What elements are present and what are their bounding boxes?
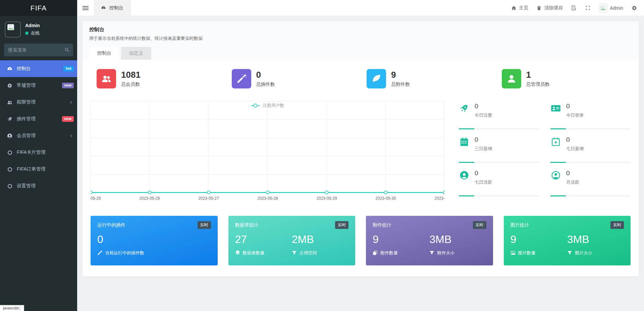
chart-legend[interactable]: 注册用户数 bbox=[251, 103, 284, 109]
stat-label: 总会员数 bbox=[121, 81, 141, 87]
stat-total-admins: 1 总管理员数 bbox=[496, 69, 631, 88]
clear-cache-button[interactable]: 清除缓存 bbox=[536, 5, 563, 11]
hot-badge: hot bbox=[63, 66, 74, 71]
user-circle-o-icon bbox=[550, 170, 561, 180]
sidebar-item-general[interactable]: 常规管理 new bbox=[0, 77, 77, 94]
divider bbox=[550, 195, 631, 196]
copy-icon bbox=[373, 250, 378, 255]
filter-icon bbox=[292, 250, 297, 255]
stats-row: 1081 总会员数 0 总插件数 bbox=[91, 69, 631, 88]
menu-search bbox=[4, 44, 73, 56]
brand-logo[interactable]: FIFA bbox=[0, 0, 77, 16]
page-title: 控制台 bbox=[89, 26, 632, 33]
divider bbox=[459, 195, 539, 196]
stat-value: 1081 bbox=[121, 70, 141, 80]
mini-stat-7day-active: 0 七日活跃 bbox=[459, 168, 539, 200]
search-icon bbox=[64, 47, 70, 53]
rocket-icon bbox=[5, 115, 14, 123]
language-button[interactable] bbox=[571, 5, 577, 11]
mini-stats-grid: 0 今日注册 0 今日登录 bbox=[459, 101, 631, 202]
chevron-left-icon: ‹ bbox=[70, 99, 72, 105]
x-axis-tick: 2023-05-27 bbox=[198, 196, 219, 201]
panel-body: 1081 总会员数 0 总插件数 bbox=[82, 60, 639, 276]
sidebar-item-addon[interactable]: 插件管理 new bbox=[0, 111, 77, 127]
expand-icon bbox=[585, 5, 591, 11]
realtime-badge: 实时 bbox=[473, 221, 486, 229]
user-circle-icon bbox=[6, 133, 13, 139]
user-icon bbox=[502, 69, 521, 88]
cogs-icon bbox=[631, 5, 637, 11]
topbar-tab-dashboard[interactable]: 控制台 bbox=[94, 0, 130, 16]
x-axis-tick: 2023-05-30 bbox=[375, 196, 396, 201]
panel-tabs: 控制台 自定义 bbox=[89, 47, 632, 60]
card-running-addons: 运行中的插件 实时 0 当前运行中的插件数 bbox=[91, 216, 218, 265]
main-content: 控制台 用于展示当前系统中的统计数据、统计报表及重要实时数据 控制台 自定义 1… bbox=[77, 16, 644, 311]
card-image-stats: 图片统计 实时 9 图片数量 bbox=[504, 216, 631, 265]
user-status: 在线 bbox=[25, 30, 40, 36]
trash-icon bbox=[536, 5, 542, 11]
x-axis-tick: 2023-05-29 bbox=[316, 196, 337, 201]
page-subtitle: 用于展示当前系统中的统计数据、统计报表及重要实时数据 bbox=[89, 36, 632, 42]
calendar-plus-icon bbox=[550, 137, 561, 147]
language-icon bbox=[571, 5, 577, 11]
stat-label: 总插件数 bbox=[256, 81, 275, 87]
chart-point bbox=[443, 191, 445, 194]
chart-point bbox=[148, 191, 152, 194]
online-dot-icon bbox=[25, 32, 29, 35]
tab-custom[interactable]: 自定义 bbox=[121, 47, 151, 60]
topbar: 控制台 主页 清除缓存 Admi bbox=[77, 0, 644, 16]
chart-point bbox=[207, 191, 210, 194]
chart-point bbox=[266, 191, 270, 194]
new-badge: new bbox=[62, 116, 74, 122]
sidebar-item-member[interactable]: 会员管理 ‹ bbox=[0, 127, 77, 144]
sidebar-item-fifa-card[interactable]: FIFA卡片管理 bbox=[0, 144, 77, 161]
chart-point bbox=[384, 191, 387, 194]
mini-stat-month-active: 0 月活跃 bbox=[550, 168, 631, 200]
user-panel: Admin 在线 bbox=[0, 16, 77, 42]
divider bbox=[459, 128, 539, 129]
x-axis-tick: 2023-05-28 bbox=[257, 196, 278, 201]
search-input[interactable] bbox=[4, 44, 73, 56]
users-icon bbox=[6, 100, 13, 105]
chevron-left-icon: ‹ bbox=[70, 132, 72, 138]
stat-label: 总管理员数 bbox=[526, 81, 550, 87]
divider bbox=[459, 162, 539, 163]
sidebar-item-dashboard[interactable]: 控制台 hot bbox=[0, 60, 77, 77]
database-icon bbox=[235, 250, 240, 255]
circle-o-icon bbox=[6, 167, 13, 172]
x-axis-tick: 2023-05-26 bbox=[139, 196, 160, 201]
tab-dashboard[interactable]: 控制台 bbox=[89, 47, 119, 60]
x-axis-tick: 2023-05-31 bbox=[434, 196, 445, 201]
avatar bbox=[599, 4, 607, 12]
filter-icon bbox=[429, 250, 434, 255]
realtime-badge: 实时 bbox=[610, 221, 624, 229]
sidebar-item-fifa-order[interactable]: FIFA订单管理 bbox=[0, 161, 77, 178]
home-link[interactable]: 主页 bbox=[511, 5, 528, 11]
realtime-badge: 实时 bbox=[335, 221, 348, 229]
mini-stat-3day-new: 0 三日新增 bbox=[459, 135, 539, 166]
sidebar-item-auth[interactable]: 权限管理 ‹ bbox=[0, 94, 77, 111]
sidebar-menu: 控制台 hot 常规管理 new 权限管理 ‹ 插件管理 new bbox=[0, 60, 77, 194]
id-card-icon bbox=[550, 103, 561, 113]
users-icon bbox=[97, 69, 116, 88]
sidebar: FIFA Admin 在线 控制台 hot bbox=[0, 0, 77, 311]
settings-button[interactable] bbox=[631, 5, 637, 11]
filter-icon bbox=[567, 250, 572, 255]
chart-point bbox=[91, 191, 93, 194]
leaf-icon bbox=[367, 69, 386, 88]
magic-wand-icon bbox=[97, 250, 102, 255]
user-menu[interactable]: Admin bbox=[599, 4, 623, 12]
mini-stat-today-login: 0 今日登录 bbox=[550, 101, 631, 133]
fullscreen-button[interactable] bbox=[585, 5, 591, 11]
status-link-hint: javascript:; bbox=[0, 305, 24, 311]
panel-heading: 控制台 用于展示当前系统中的统计数据、统计报表及重要实时数据 控制台 自定义 bbox=[82, 21, 639, 60]
user-circle-icon bbox=[459, 170, 470, 180]
stat-total-attachments: 9 总附件数 bbox=[361, 69, 496, 88]
menu-toggle-button[interactable] bbox=[77, 0, 94, 16]
magic-wand-icon bbox=[232, 69, 251, 88]
registrations-line-chart[interactable]: 注册用户数 2023-05-25 2023-05-26 2023-05-27 2… bbox=[91, 101, 445, 202]
sidebar-item-settings[interactable]: 设置管理 bbox=[0, 178, 77, 194]
stat-total-addons: 0 总插件数 bbox=[226, 69, 361, 88]
legend-marker-icon bbox=[251, 105, 260, 106]
avatar[interactable] bbox=[5, 21, 21, 38]
